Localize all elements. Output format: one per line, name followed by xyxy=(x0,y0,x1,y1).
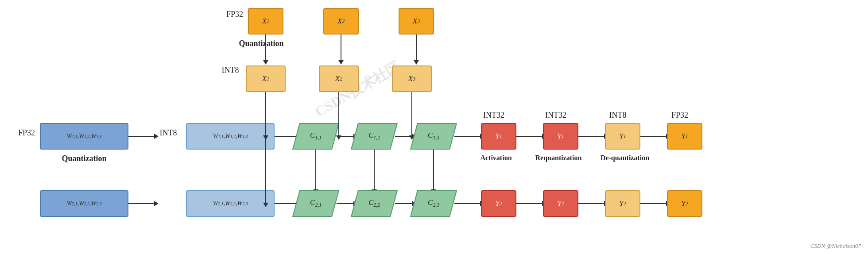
para-c22: C2,2 xyxy=(351,190,398,217)
box-y1-orange2: Y1 xyxy=(667,123,702,150)
arrow-x2-mid-c12 xyxy=(338,92,339,136)
arrow-c23-y2 xyxy=(454,203,481,204)
arrow-y2-deq xyxy=(640,203,667,204)
box-w1-int8: W1,1,W1,2,W1,3 xyxy=(186,123,275,150)
box-x1-top: X1 xyxy=(248,8,283,35)
arrow-x1-down xyxy=(265,35,266,61)
box-y1-orange: Y1 xyxy=(605,123,640,150)
box-y2-red: Y2 xyxy=(481,190,516,217)
arrow-c21-c22 xyxy=(337,203,354,204)
box-x2-mid: X2 xyxy=(319,65,359,92)
label-fp32-top: FP32 xyxy=(221,10,248,19)
arrow-y2-req xyxy=(578,203,605,204)
label-dequantization: De-quantization xyxy=(592,154,658,162)
label-requantization: Requantization xyxy=(530,154,587,162)
diagram: CSDN技术社区 FP32 X1 X2 X3 Quantization INT8… xyxy=(0,0,868,254)
arrow-c11-c21 xyxy=(315,150,316,190)
para-c13: C1,3 xyxy=(410,123,457,150)
para-c23: C2,3 xyxy=(410,190,457,217)
label-int8-mid: INT8 xyxy=(217,65,244,75)
para-c11: C1,1 xyxy=(292,123,339,150)
label-quantization-w: Quantization xyxy=(40,154,128,163)
box-w2-fp32: W2,1,W2,2,W2,3 xyxy=(40,190,128,217)
arrow-y2-act xyxy=(516,203,543,204)
label-fp32-y1d: FP32 xyxy=(664,111,695,120)
label-fp32-left: FP32 xyxy=(13,128,40,138)
arrow-c13-c23 xyxy=(433,150,434,190)
arrow-c13-y1 xyxy=(454,136,481,137)
credit-label: CSDN @Nicholson07 xyxy=(810,242,861,250)
arrow-w1-q xyxy=(128,136,155,137)
box-y2-red2: Y2 xyxy=(543,190,578,217)
arrow-x3-mid-c13 xyxy=(411,92,412,136)
para-c21: C2,1 xyxy=(292,190,339,217)
box-y1-red2: Y1 xyxy=(543,123,578,150)
arrow-c12-c22 xyxy=(374,150,375,190)
box-x3-top: X3 xyxy=(399,8,434,35)
arrow-x1-c21 xyxy=(265,92,266,204)
label-int8-y1c: INT8 xyxy=(602,111,633,120)
arrow-w1int8-c11 xyxy=(275,136,297,137)
label-int32-y1: INT32 xyxy=(478,111,509,120)
box-y2-orange: Y2 xyxy=(605,190,640,217)
box-y1-red: Y1 xyxy=(481,123,516,150)
label-int8-w: INT8 xyxy=(155,128,182,138)
box-w1-fp32: W1,1,W1,2,W1,3 xyxy=(40,123,128,150)
box-w2-int8: W2,1,W2,2,W2,3 xyxy=(186,190,275,217)
arrow-x2-down xyxy=(341,35,341,61)
arrow-w2-q xyxy=(128,203,155,204)
arrow-x3-down xyxy=(416,35,417,61)
box-x3-mid: X3 xyxy=(392,65,432,92)
arrow-y1-act xyxy=(516,136,543,137)
arrow-w2int8-c21 xyxy=(275,203,297,204)
label-activation: Activation xyxy=(474,154,518,162)
box-x1-mid: X1 xyxy=(246,65,286,92)
label-quantization-x: Quantization xyxy=(217,39,306,48)
arrow-c22-c23 xyxy=(395,203,413,204)
arrow-y1-deq xyxy=(640,136,667,137)
label-int32-y1b: INT32 xyxy=(540,111,571,120)
arrow-y1-req xyxy=(578,136,605,137)
para-c12: C1,2 xyxy=(351,123,398,150)
box-x2-top: X2 xyxy=(323,8,359,35)
box-y2-orange2: Y2 xyxy=(667,190,702,217)
